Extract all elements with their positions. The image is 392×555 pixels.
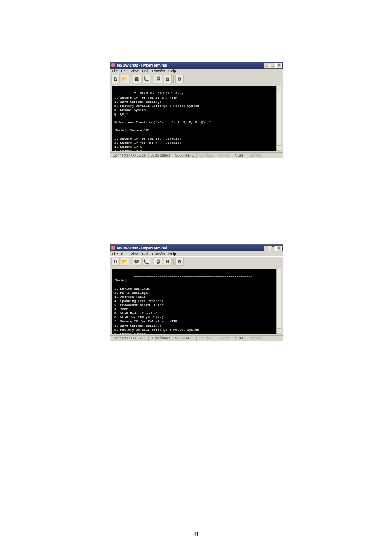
- status-baud: 9600 8-N-1: [173, 153, 197, 158]
- statusbar: Connected 00:51:26 Auto detect 9600 8-N-…: [110, 152, 283, 158]
- status-scroll: SCROLL: [197, 153, 217, 158]
- status-connected: Connected 00:56:41: [110, 336, 149, 341]
- page-number: 41: [0, 531, 392, 538]
- toolbar-divider: [173, 75, 174, 83]
- app-icon: [111, 63, 115, 67]
- close-button[interactable]: X: [276, 246, 282, 251]
- minimize-button[interactable]: _: [264, 246, 270, 251]
- open-icon[interactable]: 📂: [121, 258, 129, 266]
- scroll-track[interactable]: [277, 274, 281, 328]
- status-scroll: SCROLL: [197, 336, 217, 341]
- status-baud: 9600 8-N-1: [173, 336, 197, 341]
- properties-icon[interactable]: ⚙: [175, 75, 184, 83]
- close-button[interactable]: X: [276, 63, 282, 68]
- titlebar: MGSW-2402 - HyperTerminal _ ☐ X: [110, 62, 283, 69]
- properties-icon[interactable]: ⚙: [175, 258, 184, 266]
- statusbar: Connected 00:56:41 Auto detect 9600 8-N-…: [110, 335, 283, 341]
- menu-view[interactable]: View: [131, 252, 138, 256]
- menu-edit[interactable]: Edit: [121, 69, 128, 73]
- figure-1: MGSW-2402 - HyperTerminal _ ☐ X File Edi…: [110, 62, 282, 158]
- scrollbar[interactable]: ▴ ▾: [276, 269, 281, 334]
- hyperterminal-window-1: MGSW-2402 - HyperTerminal _ ☐ X File Edi…: [110, 62, 283, 158]
- send-icon[interactable]: 🗐: [154, 258, 162, 266]
- status-capture: Capture: [246, 153, 264, 158]
- status-num: NUM: [232, 336, 246, 341]
- receive-icon[interactable]: 🗏: [164, 75, 172, 83]
- menu-transfer[interactable]: Transfer: [152, 69, 165, 73]
- window-title: MGSW-2402 - HyperTerminal: [117, 246, 167, 250]
- page-rule: [37, 526, 355, 526]
- status-capture: Capture: [246, 336, 264, 341]
- status-num: NUM: [232, 153, 246, 158]
- app-icon: [111, 246, 115, 250]
- window-title: MGSW-2402 - HyperTerminal: [117, 63, 167, 67]
- status-connected: Connected 00:51:26: [110, 153, 149, 158]
- menu-help[interactable]: Help: [168, 69, 176, 73]
- minimize-button[interactable]: _: [264, 63, 270, 68]
- toolbar-divider: [152, 75, 152, 83]
- menu-call[interactable]: Call: [142, 252, 148, 256]
- disconnect-icon[interactable]: 📞: [142, 258, 150, 266]
- open-icon[interactable]: 📂: [121, 75, 129, 83]
- menu-edit[interactable]: Edit: [121, 252, 128, 256]
- scroll-up-icon[interactable]: ▴: [277, 86, 281, 91]
- send-icon[interactable]: 🗐: [154, 75, 162, 83]
- new-icon[interactable]: 🗋: [111, 258, 120, 266]
- toolbar-divider: [131, 75, 131, 83]
- menubar: File Edit View Call Transfer Help: [110, 251, 283, 256]
- scrollbar[interactable]: ▴ ▾: [276, 86, 281, 151]
- menu-file[interactable]: File: [112, 69, 118, 73]
- receive-icon[interactable]: 🗏: [164, 258, 172, 266]
- menu-file[interactable]: File: [112, 252, 118, 256]
- menu-view[interactable]: View: [131, 69, 138, 73]
- maximize-button[interactable]: ☐: [270, 246, 276, 251]
- new-icon[interactable]: 🗋: [111, 75, 120, 83]
- menu-transfer[interactable]: Transfer: [152, 252, 165, 256]
- status-detect: Auto detect: [149, 336, 173, 341]
- toolbar-divider: [152, 258, 152, 265]
- scroll-up-icon[interactable]: ▴: [277, 269, 281, 274]
- menu-help[interactable]: Help: [168, 252, 176, 256]
- scroll-down-icon[interactable]: ▾: [277, 328, 281, 334]
- status-caps: CAPS: [217, 153, 233, 158]
- terminal-text: ========================================…: [114, 274, 252, 334]
- titlebar: MGSW-2402 - HyperTerminal _ ☐ X: [110, 245, 283, 251]
- window-controls: _ ☐ X: [264, 246, 282, 251]
- terminal-output: ========================================…: [112, 269, 281, 334]
- scroll-track[interactable]: [277, 91, 281, 145]
- figure-2: MGSW-2402 - HyperTerminal _ ☐ X File Edi…: [110, 244, 282, 341]
- status-caps: CAPS: [217, 336, 233, 341]
- connect-icon[interactable]: ☎: [133, 75, 141, 83]
- menu-call[interactable]: Call: [142, 69, 148, 73]
- terminal-output: 7. VLAN For CPU (8 VLANs) I. Secure IP f…: [112, 86, 281, 151]
- toolbar-divider: [131, 258, 131, 265]
- status-detect: Auto detect: [149, 153, 173, 158]
- disconnect-icon[interactable]: 📞: [142, 75, 150, 83]
- scroll-down-icon[interactable]: ▾: [277, 145, 281, 151]
- menubar: File Edit View Call Transfer Help: [110, 69, 283, 74]
- connect-icon[interactable]: ☎: [133, 258, 141, 266]
- maximize-button[interactable]: ☐: [270, 63, 276, 68]
- hyperterminal-window-2: MGSW-2402 - HyperTerminal _ ☐ X File Edi…: [110, 244, 283, 341]
- terminal-text: 7. VLAN For CPU (8 VLANs) I. Secure IP f…: [114, 92, 252, 151]
- window-controls: _ ☐ X: [264, 63, 282, 68]
- toolbar: 🗋 📂 ☎ 📞 🗐 🗏 ⚙: [110, 74, 283, 84]
- toolbar-divider: [173, 258, 174, 265]
- toolbar: 🗋 📂 ☎ 📞 🗐 🗏 ⚙: [110, 256, 283, 267]
